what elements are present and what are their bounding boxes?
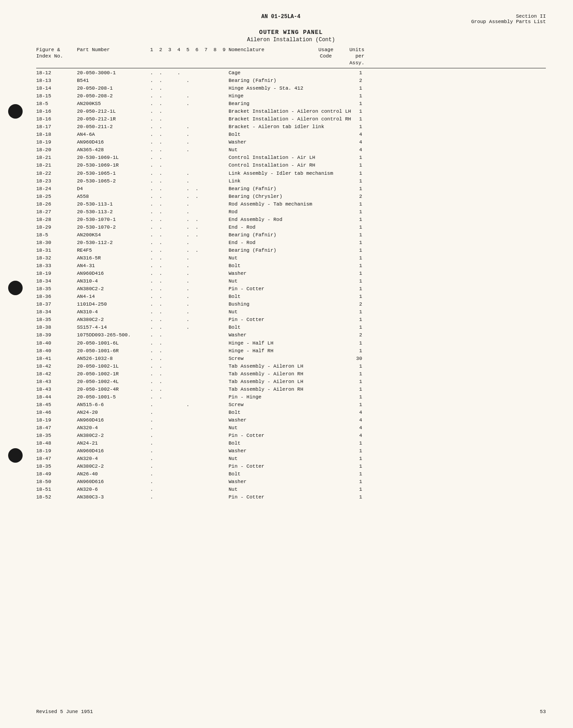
- col-nomenclature: Nomenclature: [229, 47, 310, 66]
- cell-d4: [174, 177, 183, 185]
- cell-d6: [192, 393, 201, 401]
- cell-d3: [165, 331, 174, 339]
- table-row: 18-16 20-050-212-1L . . Bracket Installa…: [36, 108, 546, 115]
- cell-d9: [220, 316, 229, 324]
- cell-d2: .: [156, 262, 165, 270]
- cell-units: 1: [342, 177, 364, 185]
- cell-part-number: 20-530-1069-1R: [77, 162, 147, 169]
- table-row: 18-23 20-530-1065-2 . . . Link 1: [36, 177, 546, 185]
- cell-d4: [174, 401, 183, 409]
- cell-d9: [220, 185, 229, 193]
- cell-usage-code: [310, 417, 342, 424]
- cell-nomenclature: Washer: [229, 270, 310, 278]
- cell-part-number: 20-530-113-1: [77, 201, 147, 208]
- cell-units: 2: [342, 193, 364, 201]
- cell-fig-index: 18-35: [36, 463, 77, 470]
- cell-d4: [174, 108, 183, 115]
- cell-d2: .: [156, 231, 165, 239]
- cell-d1: .: [147, 131, 156, 139]
- table-row: 18-28 20-530-1070-1 . . . . End Assembly…: [36, 216, 546, 224]
- cell-d4: [174, 193, 183, 201]
- cell-d3: [165, 424, 174, 432]
- cell-d5: .: [183, 193, 192, 201]
- cell-d2: .: [156, 85, 165, 92]
- cell-usage-code: [310, 69, 342, 77]
- cell-units: 1: [342, 170, 364, 177]
- revised-date: Revised 5 June 1951: [36, 709, 93, 714]
- table-row: 18-19 AN960D416 . . . Washer 1: [36, 270, 546, 278]
- table-row: 18-40 20-050-1001-6R . . Hinge - Half RH…: [36, 347, 546, 355]
- cell-part-number: 1101D4-250: [77, 301, 147, 308]
- cell-d9: [220, 293, 229, 301]
- cell-d9: [220, 493, 229, 501]
- cell-d7: [201, 493, 210, 501]
- cell-fig-index: 18-27: [36, 208, 77, 216]
- cell-d9: [220, 278, 229, 285]
- cell-d4: [174, 370, 183, 378]
- cell-d5: [183, 115, 192, 123]
- cell-d2: .: [156, 208, 165, 216]
- cell-d6: [192, 285, 201, 293]
- cell-units: 1: [342, 401, 364, 409]
- cell-d3: [165, 131, 174, 139]
- cell-fig-index: 18-28: [36, 216, 77, 224]
- table-row: 18-47 AN320-4 . Nut 1: [36, 455, 546, 463]
- cell-d7: [201, 316, 210, 324]
- cell-d2: [156, 463, 165, 470]
- page-number: 53: [540, 709, 546, 714]
- page: AN 01-25LA-4 Section II Group Assembly P…: [0, 0, 573, 728]
- cell-d4: [174, 363, 183, 370]
- cell-d7: [201, 85, 210, 92]
- cell-d5: .: [183, 216, 192, 224]
- cell-units: 1: [342, 239, 364, 247]
- cell-d7: [201, 378, 210, 386]
- cell-d2: .: [156, 331, 165, 339]
- cell-d5: .: [183, 401, 192, 409]
- cell-d8: [210, 370, 220, 378]
- cell-units: 4: [342, 139, 364, 146]
- cell-d1: .: [147, 108, 156, 115]
- cell-d8: [210, 85, 220, 92]
- cell-part-number: B541: [77, 77, 147, 85]
- cell-d9: [220, 92, 229, 100]
- cell-fig-index: 18-14: [36, 85, 77, 92]
- cell-usage-code: [310, 432, 342, 440]
- table-row: 18-25 A558 . . . . Bearing (Chrysler) 2: [36, 193, 546, 201]
- cell-d4: [174, 463, 183, 470]
- cell-units: 1: [342, 154, 364, 162]
- cell-usage-code: [310, 77, 342, 85]
- cell-d5: [183, 355, 192, 363]
- cell-d1: .: [147, 347, 156, 355]
- cell-d4: [174, 455, 183, 463]
- cell-d3: [165, 154, 174, 162]
- cell-units: 1: [342, 201, 364, 208]
- section-title: OUTER WING PANEL: [36, 29, 546, 36]
- cell-d7: [201, 409, 210, 417]
- cell-d3: [165, 301, 174, 308]
- cell-usage-code: [310, 378, 342, 386]
- cell-d7: [201, 363, 210, 370]
- cell-d5: .: [183, 208, 192, 216]
- cell-units: 1: [342, 270, 364, 278]
- cell-d9: [220, 208, 229, 216]
- cell-d5: [183, 340, 192, 347]
- cell-d6: .: [192, 185, 201, 193]
- cell-d7: [201, 308, 210, 316]
- cell-units: 1: [342, 224, 364, 231]
- cell-d5: [183, 108, 192, 115]
- cell-d1: .: [147, 470, 156, 478]
- cell-d2: .: [156, 355, 165, 363]
- cell-d9: [220, 100, 229, 108]
- cell-d1: .: [147, 231, 156, 239]
- cell-nomenclature: Bracket Installation - Aileron control R…: [229, 115, 310, 123]
- cell-nomenclature: Bolt: [229, 293, 310, 301]
- cell-d6: [192, 463, 201, 470]
- cell-d1: .: [147, 224, 156, 231]
- cell-d4: [174, 270, 183, 278]
- cell-fig-index: 18-23: [36, 177, 77, 185]
- cell-d8: [210, 401, 220, 409]
- cell-d9: [220, 131, 229, 139]
- cell-d4: [174, 208, 183, 216]
- cell-part-number: 20-050-1001-6R: [77, 347, 147, 355]
- cell-d5: .: [183, 239, 192, 247]
